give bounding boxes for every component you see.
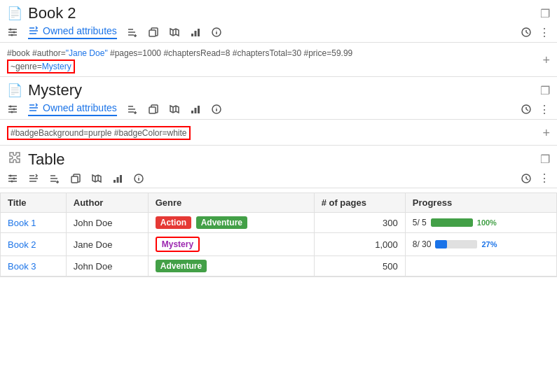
svg-rect-46: [194, 108, 196, 113]
mystery-map-icon[interactable]: [169, 104, 180, 115]
table-puzzle-icon: [7, 150, 22, 169]
svg-point-57: [10, 174, 12, 176]
svg-rect-74: [120, 175, 122, 183]
svg-point-30: [10, 106, 12, 108]
book2-info-icon[interactable]: [211, 27, 222, 38]
table-header-row: Title Author Genre # of pages Progress: [1, 193, 557, 213]
table-row: Book 2 Jane Doe Mystery 1,000 8/ 30 27%: [1, 233, 557, 256]
cell-title-book3[interactable]: Book 3: [1, 256, 67, 276]
cell-author-book2: Jane Doe: [66, 233, 148, 256]
table-info-icon[interactable]: [133, 173, 144, 184]
book2-split-icon[interactable]: ❐: [540, 7, 550, 20]
cell-title-book1[interactable]: Book 1: [1, 213, 67, 233]
book2-add-attr-icon[interactable]: [127, 27, 138, 38]
mystery-section: 📄 Mystery ❐ Owned attributes: [0, 77, 557, 146]
svg-marker-15: [170, 29, 179, 36]
book2-sliders-icon[interactable]: [7, 27, 18, 38]
mystery-add-attr-icon[interactable]: [127, 104, 138, 115]
mystery-info-icon[interactable]: [211, 104, 222, 115]
mystery-title: Mystery: [28, 81, 82, 99]
table-split-icon[interactable]: ❐: [540, 153, 550, 166]
mystery-title-row: 📄 Mystery ❐: [0, 77, 557, 101]
col-genre[interactable]: Genre: [148, 193, 314, 213]
book2-owned-attrs-label: Owned attributes: [43, 25, 117, 36]
progress-book1: 5/ 5 100%: [413, 218, 549, 227]
svg-point-59: [11, 180, 13, 182]
table-section: Table ❐: [0, 146, 557, 277]
svg-rect-41: [149, 107, 156, 113]
svg-point-3: [10, 29, 12, 31]
cell-genre-book2: Mystery: [148, 233, 314, 256]
mystery-clock-icon[interactable]: [521, 104, 532, 115]
table-add-attr-icon[interactable]: [49, 173, 60, 184]
table-title-row: Table ❐: [0, 146, 557, 170]
book2-title-row: 📄 Book 2 ❐: [0, 0, 557, 24]
svg-rect-45: [191, 111, 193, 113]
svg-line-53: [526, 109, 528, 111]
svg-line-26: [526, 32, 528, 34]
svg-rect-19: [194, 31, 196, 36]
svg-marker-69: [92, 175, 101, 182]
col-progress[interactable]: Progress: [405, 193, 556, 213]
svg-rect-68: [71, 176, 78, 183]
table-toolbar-left: [7, 173, 144, 184]
progress-bar-bg-book1: [431, 218, 473, 227]
book2-clock-icon[interactable]: [521, 27, 532, 38]
svg-rect-20: [198, 29, 200, 36]
mystery-add-button[interactable]: +: [542, 126, 550, 141]
table-clock-icon[interactable]: [521, 173, 532, 184]
svg-point-5: [11, 34, 13, 36]
table-map-icon[interactable]: [91, 173, 102, 184]
mystery-sliders-icon[interactable]: [7, 104, 18, 115]
col-title[interactable]: Title: [1, 193, 67, 213]
table-dots-icon[interactable]: [539, 172, 550, 185]
progress-bar-fill-book1: [431, 218, 473, 227]
data-table: Title Author Genre # of pages Progress B…: [0, 192, 557, 276]
badge-mystery: Mystery: [156, 237, 200, 252]
book2-toolbar-left: Owned attributes: [7, 25, 222, 39]
table-row: Book 1 John Doe Action Adventure 300 5/ …: [1, 213, 557, 233]
mystery-dots-icon[interactable]: [539, 103, 550, 116]
cell-progress-book2: 8/ 30 27%: [405, 233, 556, 256]
badge-adventure2: Adventure: [156, 260, 207, 272]
mystery-title-left: 📄 Mystery: [7, 81, 82, 99]
col-pages[interactable]: # of pages: [314, 193, 405, 213]
mystery-copy-icon[interactable]: [148, 104, 159, 115]
svg-rect-47: [198, 106, 200, 113]
mystery-bars-icon[interactable]: [190, 104, 201, 115]
cell-title-book2[interactable]: Book 2: [1, 233, 67, 256]
book2-attr-content: #book #author="Jane Doe" #pages=1000 #ch…: [0, 43, 557, 76]
cell-pages-book1: 300: [314, 213, 405, 233]
table-title-left: Table: [7, 150, 65, 169]
cell-genre-book1: Action Adventure: [148, 213, 314, 233]
book2-owned-attrs-tab[interactable]: Owned attributes: [28, 25, 117, 39]
badge-adventure: Adventure: [196, 216, 247, 229]
book2-map-icon[interactable]: [169, 27, 180, 38]
mystery-attr-content: #badgeBackground=purple #badgeColor=whit…: [0, 120, 557, 145]
badge-action: Action: [156, 216, 191, 229]
book2-add-button[interactable]: +: [542, 53, 550, 68]
cell-genre-book3: Adventure: [148, 256, 314, 276]
table-copy-icon[interactable]: [70, 173, 81, 184]
mystery-owned-attrs-label: Owned attributes: [43, 102, 117, 113]
progress-label-book2: 27%: [481, 240, 497, 248]
table-bars-icon[interactable]: [112, 173, 123, 184]
col-author[interactable]: Author: [66, 193, 148, 213]
svg-point-23: [216, 30, 216, 31]
mystery-toolbar: Owned attributes: [0, 101, 557, 120]
table-owned-attrs-icon[interactable]: [28, 173, 39, 184]
book2-copy-icon[interactable]: [148, 27, 159, 38]
svg-marker-42: [170, 106, 179, 113]
book2-bars-icon[interactable]: [190, 27, 201, 38]
mystery-owned-attrs-tab[interactable]: Owned attributes: [28, 102, 117, 116]
cell-author-book3: John Doe: [66, 256, 148, 276]
mystery-attr-badges: #badgeBackground=purple #badgeColor=whit…: [7, 126, 191, 140]
mystery-split-icon[interactable]: ❐: [540, 84, 550, 97]
table-toolbar: [0, 170, 557, 188]
table-sliders-icon[interactable]: [7, 173, 18, 184]
book2-attr-main: #book #author="Jane Doe" #pages=1000 #ch…: [7, 48, 352, 58]
book2-dots-icon[interactable]: [539, 26, 550, 39]
book2-title: Book 2: [28, 4, 76, 22]
svg-point-77: [139, 176, 139, 176]
book2-icon: 📄: [7, 6, 22, 21]
